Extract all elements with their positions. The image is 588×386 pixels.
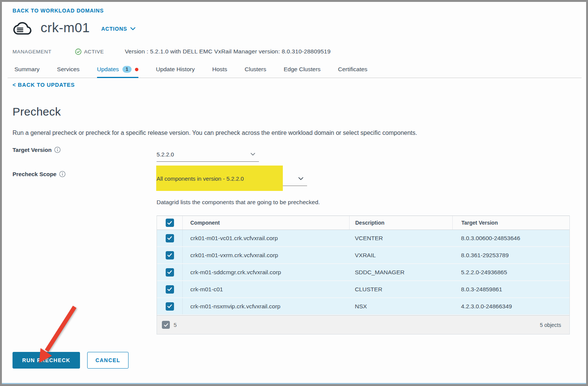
component-cell: crk01-m01-vxrm.crk.vcfvxrail.corp (182, 247, 349, 263)
status-label: ACTIVE (84, 49, 104, 55)
row-checkbox[interactable] (166, 251, 174, 259)
table-row[interactable]: crk01-m01-vxrm.crk.vcfvxrail.corp VXRAIL… (157, 247, 569, 264)
row-checkbox[interactable] (166, 285, 174, 294)
tab-bar: Summary Services Updates 1 Update Histor… (8, 62, 582, 78)
tab-clusters[interactable]: Clusters (245, 66, 266, 78)
precheck-page: BACK TO WORKLOAD DOMAINS crk-m01 ACTIONS… (0, 0, 588, 386)
domain-type-label: MANAGEMENT (13, 49, 52, 55)
row-checkbox[interactable] (166, 302, 174, 311)
precheck-scope-label: Precheck Scope (13, 171, 66, 177)
precheck-scope-select[interactable]: All components in version - 5.2.2.0 (157, 171, 307, 186)
target-version-cell: 5.2.2.0-24936865 (452, 264, 570, 280)
run-precheck-button[interactable]: RUN PRECHECK (13, 352, 80, 369)
tab-label: Summary (14, 66, 39, 73)
chevron-down-icon (130, 27, 135, 30)
description-cell: SDDC_MANAGER (349, 264, 452, 280)
table-row[interactable]: crk-m01-c01 CLUSTER 8.0.3-24859861 (157, 281, 569, 298)
back-to-updates-link[interactable]: < BACK TO UPDATES (13, 82, 75, 88)
tab-label: Edge Clusters (284, 66, 320, 73)
component-cell: crk-m01-c01 (182, 281, 349, 297)
description-cell: VCENTER (349, 230, 452, 246)
actions-label: ACTIONS (101, 26, 127, 32)
domain-meta-row: MANAGEMENT ACTIVE Version : 5.2.1.0 with… (13, 48, 331, 55)
domain-header: crk-m01 ACTIONS (12, 19, 135, 37)
target-version-cell: 8.0.3-24859861 (452, 281, 570, 297)
tab-services[interactable]: Services (57, 66, 79, 78)
tab-label: Services (57, 66, 79, 73)
tab-edge-clusters[interactable]: Edge Clusters (284, 66, 320, 78)
tab-certificates[interactable]: Certificates (338, 66, 368, 78)
selected-count: 5 (174, 322, 177, 328)
row-checkbox[interactable] (166, 268, 174, 277)
page-title: Precheck (13, 105, 61, 118)
table-body: crk01-m01-vc01.crk.vcfvxrail.corp VCENTE… (157, 230, 569, 315)
target-version-cell: 8.0.3.00600-24853646 (452, 230, 570, 246)
tab-label: Update History (156, 66, 195, 73)
table-row[interactable]: crk01-m01-vc01.crk.vcfvxrail.corp VCENTE… (157, 230, 569, 247)
objects-count: 5 objects (540, 322, 561, 328)
target-version-value: 5.2.2.0 (157, 151, 174, 158)
component-cell: crk-m01-nsxmvip.crk.vcfvxrail.corp (182, 298, 349, 314)
precheck-scope-value: All components in version - 5.2.2.0 (157, 175, 244, 182)
tab-label: Hosts (212, 66, 227, 73)
table-row[interactable]: crk-m01-sddcmgr.crk.vcfvxrail.corp SDDC_… (157, 264, 569, 281)
tab-summary[interactable]: Summary (14, 66, 39, 78)
column-header-target-version[interactable]: Target Version (452, 216, 570, 230)
target-version-cell: 8.0.361-29253789 (452, 247, 570, 263)
datagrid-note: Datagrid lists the components that are g… (157, 199, 320, 206)
info-icon[interactable] (54, 147, 61, 153)
table-row[interactable]: crk-m01-nsxmvip.crk.vcfvxrail.corp NSX 4… (157, 298, 569, 315)
target-version-label: Target Version (13, 147, 61, 153)
back-to-workload-domains-link[interactable]: BACK TO WORKLOAD DOMAINS (13, 8, 104, 14)
info-icon[interactable] (59, 171, 66, 177)
tab-hosts[interactable]: Hosts (212, 66, 227, 78)
cancel-button[interactable]: CANCEL (87, 352, 129, 369)
workload-domain-icon (12, 19, 33, 37)
component-cell: crk-m01-sddcmgr.crk.vcfvxrail.corp (182, 264, 349, 280)
column-header-description[interactable]: Description (349, 216, 452, 230)
tab-updates[interactable]: Updates 1 (97, 66, 138, 78)
actions-menu-button[interactable]: ACTIONS (101, 26, 135, 32)
tab-update-history[interactable]: Update History (156, 66, 195, 78)
tab-badge: 1 (122, 66, 132, 73)
notification-dot-icon (135, 68, 138, 71)
description-cell: VXRAIL (349, 247, 452, 263)
chevron-down-icon (298, 177, 303, 180)
tab-label: Certificates (338, 66, 368, 73)
status-badge: ACTIVE (75, 48, 104, 55)
page-description: Run a general precheck or precheck for a… (13, 130, 417, 136)
column-header-component[interactable]: Component (182, 216, 349, 230)
footer-selection-checkbox[interactable] (162, 321, 170, 329)
tab-label: Updates (97, 66, 119, 73)
component-cell: crk01-m01-vc01.crk.vcfvxrail.corp (182, 230, 349, 246)
components-table: Component Description Target Version crk… (157, 216, 570, 334)
window-bottom-edge (2, 383, 586, 384)
tab-label: Clusters (245, 66, 266, 73)
chevron-down-icon (251, 153, 255, 156)
row-checkbox[interactable] (166, 234, 174, 242)
description-cell: CLUSTER (349, 281, 452, 297)
target-version-select[interactable]: 5.2.2.0 (157, 147, 259, 162)
table-header-row: Component Description Target Version (157, 216, 569, 230)
target-version-cell: 4.2.3.0.0-24866349 (452, 298, 570, 314)
domain-title: crk-m01 (41, 20, 90, 35)
active-check-icon (75, 48, 82, 55)
table-footer: 5 5 objects (157, 315, 569, 334)
version-text: Version : 5.2.1.0 with DELL EMC VxRail M… (125, 48, 331, 55)
select-all-checkbox[interactable] (166, 219, 174, 227)
action-buttons: RUN PRECHECK CANCEL (13, 352, 129, 369)
description-cell: NSX (349, 298, 452, 314)
